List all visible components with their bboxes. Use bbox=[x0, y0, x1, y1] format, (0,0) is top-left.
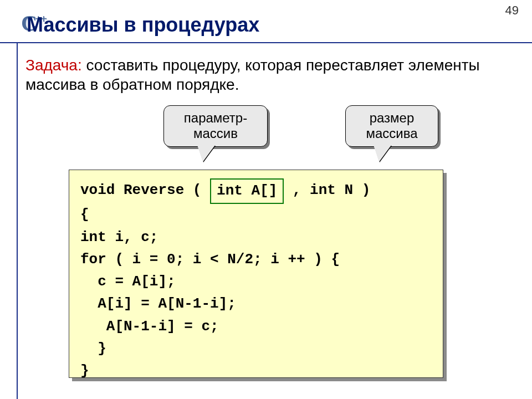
code-line: } bbox=[80, 340, 106, 357]
code-line: A[i] = A[N-1-i]; bbox=[80, 295, 236, 312]
page-number: 49 bbox=[505, 3, 519, 18]
task-body: составить процедуру, которая переставляе… bbox=[25, 57, 480, 93]
code-line: c = A[i]; bbox=[80, 273, 176, 290]
callout-tail-icon bbox=[374, 145, 391, 162]
code-line: int i, c; bbox=[80, 229, 158, 245]
code-line: A[N-1-i] = c; bbox=[80, 318, 219, 335]
code-line: void Reverse ( bbox=[80, 182, 210, 198]
callout-array-size: размер массива bbox=[345, 105, 438, 147]
task-text: Задача: составить процедуру, которая пер… bbox=[25, 55, 510, 94]
callout-tail-icon bbox=[197, 145, 215, 162]
callout-line: массив bbox=[193, 126, 238, 141]
code-highlight-box: int A[] bbox=[210, 178, 284, 204]
code-line: } bbox=[80, 362, 89, 379]
task-label: Задача: bbox=[25, 57, 82, 74]
divider-top bbox=[0, 42, 532, 43]
callout-line: параметр- bbox=[184, 110, 247, 125]
code-block: void Reverse ( int A[] , int N ) { int i… bbox=[69, 170, 443, 378]
callout-line: размер bbox=[370, 110, 415, 125]
callout-param-array: параметр- массив bbox=[163, 105, 268, 147]
code-line: { bbox=[80, 206, 89, 223]
callout-line: массива bbox=[366, 126, 417, 141]
code-line: for ( i = 0; i < N/2; i ++ ) { bbox=[80, 251, 340, 268]
divider-left bbox=[17, 42, 18, 399]
code-line: , int N ) bbox=[284, 182, 370, 198]
slide: 49 C++ Массивы в процедурах Задача: сост… bbox=[0, 0, 532, 399]
slide-title: Массивы в процедурах bbox=[27, 13, 259, 37]
